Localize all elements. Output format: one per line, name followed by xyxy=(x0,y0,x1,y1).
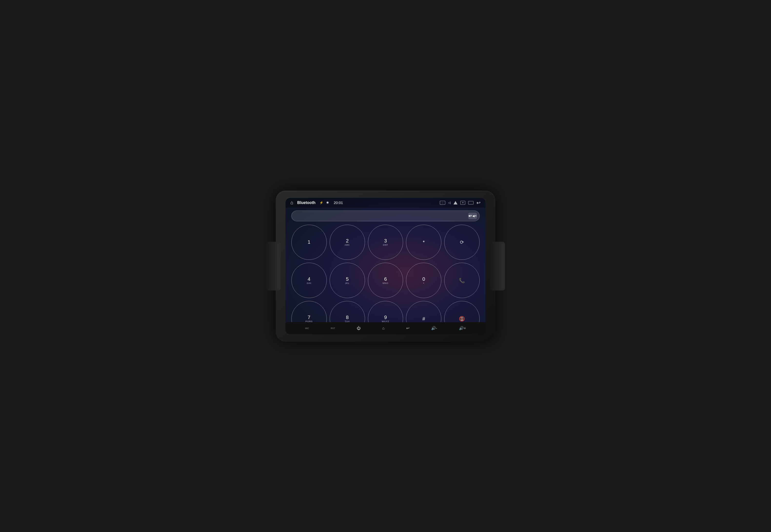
key-2[interactable]: 2 ABC xyxy=(330,225,365,260)
dial-input-row: ◀✕ xyxy=(291,211,480,221)
back-icon[interactable]: ↩ xyxy=(477,200,481,206)
dialer-area: ◀✕ 1 2 ABC 3 xyxy=(285,208,486,322)
mic-button[interactable]: MIC xyxy=(305,327,309,329)
back-physical-icon: ↩ xyxy=(406,326,410,330)
status-time: 20:01 xyxy=(334,201,343,205)
bluetooth-icon: ✱ xyxy=(326,201,329,204)
back-physical-button[interactable]: ↩ xyxy=(406,326,410,330)
home-physical-icon: ⌂ xyxy=(382,326,385,330)
physical-bar: MIC RST ⏻ ⌂ ↩ 🔊- 🔊+ xyxy=(285,322,486,334)
usb-icon: ⚡ xyxy=(319,201,323,204)
key-hash[interactable]: # xyxy=(406,301,441,322)
vol-up-icon: 🔊+ xyxy=(459,326,466,330)
key-refresh[interactable]: ⟳ xyxy=(444,225,480,260)
key-star[interactable]: * xyxy=(406,225,441,260)
key-7[interactable]: 7 PQRS xyxy=(291,301,327,322)
status-bar: ⌂ Bluetooth ⚡ ✱ 20:01 □ ◁ ✕ ↩ xyxy=(285,198,486,208)
main-screen: ⌂ Bluetooth ⚡ ✱ 20:01 □ ◁ ✕ ↩ xyxy=(285,198,486,322)
key-9[interactable]: 9 WXYZ xyxy=(368,301,403,322)
vol-down-icon: 🔊- xyxy=(431,326,437,330)
status-icons-right: □ ◁ ✕ ↩ xyxy=(440,200,481,206)
key-3[interactable]: 3 DEF xyxy=(368,225,403,260)
key-1[interactable]: 1 xyxy=(291,225,327,260)
key-5[interactable]: 5 JKL xyxy=(330,263,365,298)
power-icon: ⏻ xyxy=(357,326,360,330)
rst-label: RST xyxy=(330,327,335,329)
screen-bezel: ⌂ Bluetooth ⚡ ✱ 20:01 □ ◁ ✕ ↩ xyxy=(285,198,486,334)
vol-down-button[interactable]: 🔊- xyxy=(431,326,437,330)
key-4[interactable]: 4 GHI xyxy=(291,263,327,298)
key-0[interactable]: 0 + xyxy=(406,263,441,298)
camera-icon[interactable]: □ xyxy=(440,201,445,205)
keypad: 1 2 ABC 3 DEF * ⟳ xyxy=(291,225,480,322)
key-call-green[interactable]: 📞 xyxy=(444,263,480,298)
mic-label: MIC xyxy=(305,327,309,329)
x-icon[interactable]: ✕ xyxy=(460,201,465,205)
vol-up-button[interactable]: 🔊+ xyxy=(459,326,466,330)
dial-input-field[interactable]: ◀✕ xyxy=(291,211,480,221)
home-icon[interactable]: ⌂ xyxy=(290,200,293,205)
triangle-icon xyxy=(454,201,458,204)
screen-title: Bluetooth xyxy=(297,201,315,205)
key-call-red[interactable]: 📵 xyxy=(444,301,480,322)
key-8[interactable]: 8 TUV xyxy=(330,301,365,322)
rect-icon[interactable] xyxy=(468,201,474,204)
car-head-unit: ⌂ Bluetooth ⚡ ✱ 20:01 □ ◁ ✕ ↩ xyxy=(276,191,495,342)
home-physical-button[interactable]: ⌂ xyxy=(382,326,385,330)
rst-button[interactable]: RST xyxy=(330,327,335,329)
volume-icon[interactable]: ◁ xyxy=(448,201,451,204)
status-icons-left: ⚡ ✱ 20:01 xyxy=(319,201,440,205)
power-button[interactable]: ⏻ xyxy=(357,326,360,330)
key-6[interactable]: 6 MNO xyxy=(368,263,403,298)
backspace-button[interactable]: ◀✕ xyxy=(468,213,477,219)
